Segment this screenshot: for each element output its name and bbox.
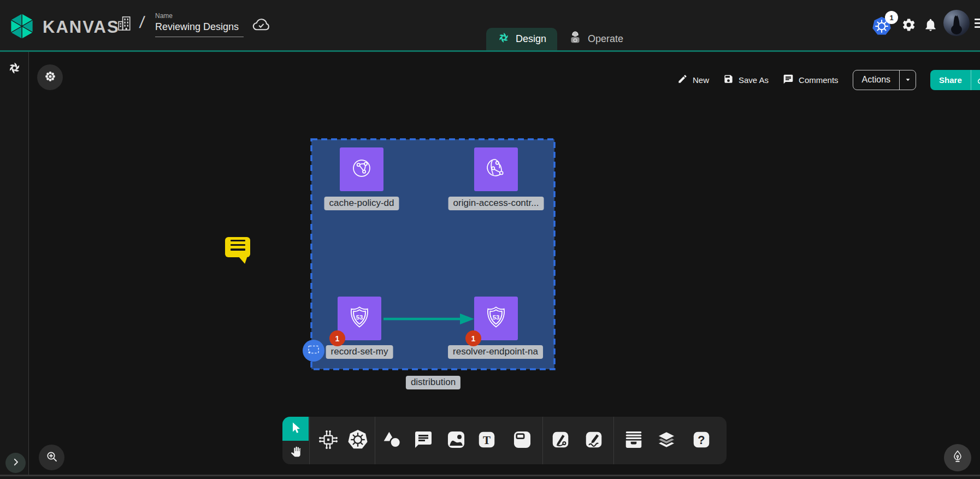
canvas-quick-menu-button[interactable] bbox=[37, 64, 63, 90]
pan-tool-button[interactable] bbox=[282, 441, 309, 464]
settings-gear-icon[interactable] bbox=[901, 17, 916, 34]
user-avatar[interactable] bbox=[943, 10, 970, 36]
dock-divider bbox=[309, 417, 310, 464]
svg-text:?: ? bbox=[698, 433, 705, 446]
share-button-label[interactable]: Share bbox=[930, 70, 971, 90]
dock-divider bbox=[613, 417, 614, 464]
svg-text:53: 53 bbox=[493, 314, 500, 321]
help-tool-button[interactable]: ? bbox=[692, 430, 711, 452]
resolver-endpoint-count-badge[interactable]: 1 bbox=[465, 330, 481, 346]
image-icon bbox=[446, 429, 467, 452]
floppy-save-icon bbox=[723, 74, 734, 86]
edge-record-set-to-resolver[interactable] bbox=[381, 311, 479, 327]
kanvas-hexagon-icon bbox=[8, 12, 36, 43]
cloud-saved-icon bbox=[252, 15, 270, 36]
image-tool-button[interactable] bbox=[446, 429, 467, 452]
select-tool-button[interactable] bbox=[282, 417, 309, 441]
logo-text: KANVAS bbox=[43, 17, 120, 37]
group-label-distribution[interactable]: distribution bbox=[406, 376, 461, 389]
node-cache-policy[interactable] bbox=[340, 147, 383, 191]
node-resolver-endpoint[interactable]: 53 bbox=[474, 297, 518, 340]
tools-dock: T bbox=[282, 417, 727, 464]
record-set-count-badge[interactable]: 1 bbox=[329, 330, 345, 346]
node-label-cache-policy[interactable]: cache-policy-dd bbox=[324, 197, 399, 210]
design-name-input[interactable]: Reviewing Designs bbox=[155, 20, 244, 37]
svg-text:53: 53 bbox=[356, 314, 363, 321]
design-action-bar: New Save As Comments Actions bbox=[677, 69, 980, 90]
group-selection-handle[interactable] bbox=[303, 340, 324, 362]
card-frame-icon bbox=[512, 429, 533, 452]
design-name-field[interactable]: Name Reviewing Designs bbox=[155, 12, 244, 37]
dock-divider bbox=[542, 417, 543, 464]
pencil-tool-button[interactable] bbox=[584, 430, 604, 452]
design-name-label: Name bbox=[155, 12, 244, 20]
window-bottom-strip bbox=[0, 476, 980, 479]
hand-pan-icon bbox=[290, 446, 302, 460]
kanvas-app: KANVAS / Name Reviewing Designs bbox=[0, 0, 980, 479]
chip-circuit-icon bbox=[317, 428, 340, 453]
comment-line bbox=[231, 249, 245, 251]
comment-pin-tail bbox=[238, 256, 247, 264]
tab-design[interactable]: Design bbox=[486, 28, 557, 50]
actions-dropdown-button[interactable]: Actions bbox=[853, 70, 916, 90]
mode-tabs: Design Operate bbox=[486, 28, 634, 50]
comment-line bbox=[231, 244, 245, 246]
share-button[interactable]: Share bbox=[930, 70, 980, 90]
shapes-tool-button[interactable] bbox=[381, 429, 403, 453]
actions-dropdown-arrow-icon[interactable] bbox=[899, 70, 916, 90]
save-as-button[interactable]: Save As bbox=[723, 74, 769, 86]
left-sidebar bbox=[0, 52, 29, 479]
tab-operate[interactable]: Operate bbox=[557, 28, 634, 50]
kubernetes-wheel-icon bbox=[346, 428, 369, 453]
kanvas-logo[interactable]: KANVAS bbox=[8, 12, 120, 43]
cursor-pointer-icon bbox=[289, 421, 302, 436]
comment-bubble-icon bbox=[414, 430, 433, 452]
network-globe-node-icon bbox=[483, 156, 509, 183]
zoom-button[interactable] bbox=[39, 445, 64, 470]
comment-tool-button[interactable] bbox=[414, 430, 433, 452]
flower-gear-icon bbox=[44, 70, 57, 85]
kubernetes-context-count-badge: 1 bbox=[885, 11, 898, 24]
organization-icon[interactable] bbox=[116, 15, 133, 34]
svg-text:T: T bbox=[483, 433, 491, 446]
tab-operate-label: Operate bbox=[588, 33, 623, 45]
chevron-right-icon bbox=[11, 457, 21, 469]
canvas-comment-pin[interactable] bbox=[225, 237, 250, 257]
drawer-archive-icon bbox=[622, 428, 645, 453]
comments-button[interactable]: Comments bbox=[783, 74, 839, 86]
operate-person-icon bbox=[568, 31, 582, 48]
tab-design-label: Design bbox=[516, 33, 546, 45]
comments-button-label: Comments bbox=[799, 75, 839, 85]
kubernetes-components-tool-button[interactable] bbox=[346, 428, 369, 453]
breadcrumb-separator: / bbox=[139, 13, 146, 32]
node-label-record-set[interactable]: record-set-my bbox=[326, 345, 393, 359]
actions-button-label[interactable]: Actions bbox=[853, 70, 899, 90]
pen-nib-icon bbox=[951, 450, 965, 466]
dock-divider bbox=[375, 417, 375, 464]
design-swirl-icon bbox=[497, 31, 510, 47]
pen-tool-button[interactable] bbox=[551, 430, 570, 452]
notifications-bell-icon[interactable] bbox=[923, 17, 938, 34]
hamburger-menu-icon[interactable] bbox=[975, 19, 980, 30]
node-label-origin-access-control[interactable]: origin-access-contr... bbox=[448, 197, 544, 210]
layers-icon bbox=[655, 428, 678, 453]
node-label-resolver-endpoint[interactable]: resolver-endpoint-na bbox=[448, 345, 543, 359]
text-tool-button[interactable]: T bbox=[477, 430, 497, 452]
route53-shield-icon: 53 bbox=[346, 304, 373, 333]
drawer-tool-button[interactable] bbox=[622, 428, 645, 453]
meshery-swirl-icon[interactable] bbox=[7, 61, 22, 78]
node-origin-access-control[interactable] bbox=[474, 147, 518, 191]
route53-shield-icon: 53 bbox=[483, 304, 509, 333]
node-record-set[interactable]: 53 bbox=[338, 297, 381, 340]
new-button[interactable]: New bbox=[677, 74, 709, 86]
share-link-icon[interactable] bbox=[971, 70, 980, 90]
kubernetes-context-button[interactable]: 1 bbox=[871, 15, 902, 38]
layers-tool-button[interactable] bbox=[655, 428, 678, 453]
freehand-pencil-icon bbox=[584, 430, 604, 452]
card-tool-button[interactable] bbox=[512, 429, 533, 452]
app-header: KANVAS / Name Reviewing Designs bbox=[0, 0, 980, 52]
pen-mode-button[interactable] bbox=[944, 444, 971, 471]
sidebar-expand-button[interactable] bbox=[5, 453, 26, 473]
mesh-components-tool-button[interactable] bbox=[317, 428, 340, 453]
vector-pen-icon bbox=[551, 430, 570, 452]
